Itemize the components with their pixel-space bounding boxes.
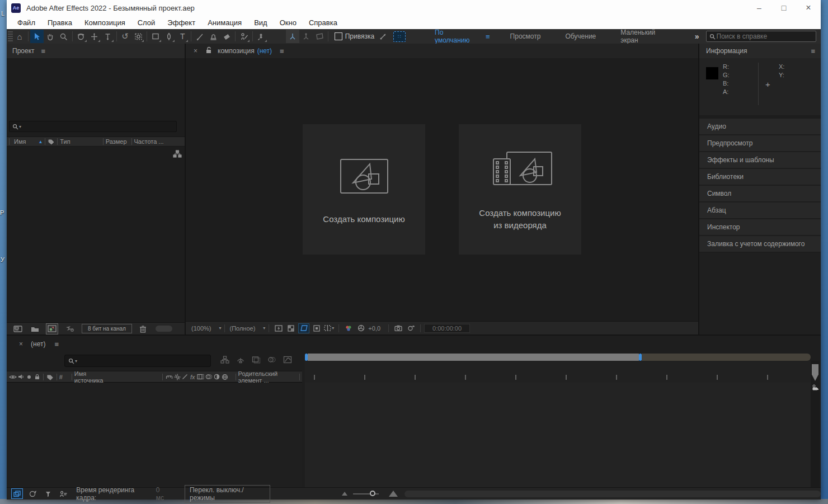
workspace-tab-default[interactable]: По умолчанию (435, 29, 480, 44)
menu-layer[interactable]: Слой (131, 18, 162, 27)
resolution-select[interactable]: (Полное)▾ (229, 325, 265, 332)
panel-tab-character[interactable]: Символ (699, 186, 821, 201)
render-engine-icon[interactable] (64, 324, 75, 334)
project-search-input[interactable] (21, 122, 173, 131)
toggle-switches-modes-button[interactable]: Перекл. выключ./режимы (185, 485, 270, 503)
info-panel-menu-icon[interactable]: ≡ (811, 47, 815, 55)
scrollbar-thumb[interactable] (812, 364, 818, 381)
column-divider[interactable] (236, 374, 236, 380)
column-parent-link[interactable]: Родительский элемент ... (238, 370, 297, 384)
draft-3d-icon[interactable] (236, 356, 245, 364)
rotation-tool-icon[interactable]: ↺ (119, 30, 132, 43)
transfer-controls-pane-icon[interactable] (27, 489, 38, 498)
timeline-vertical-scrollbar[interactable] (811, 361, 820, 487)
column-size[interactable]: Размер (106, 138, 127, 145)
lock-column-icon[interactable] (34, 373, 40, 381)
panel-tab-effects-presets[interactable]: Эффекты и шаблоны (699, 152, 821, 168)
transparency-grid-icon[interactable] (286, 324, 296, 333)
brush-tool-icon[interactable] (193, 30, 206, 43)
panel-tab-preview[interactable]: Предпросмотр (699, 135, 821, 151)
column-divider[interactable] (9, 138, 10, 145)
exposure-value[interactable]: +0,0 (368, 325, 380, 332)
snapshot-camera-icon[interactable] (393, 324, 403, 333)
region-of-interest-icon[interactable] (312, 324, 322, 333)
timeline-panel-menu-icon[interactable]: ≡ (54, 340, 59, 348)
new-composition-from-footage-card[interactable]: Создать композицию из видеоряда (459, 124, 581, 255)
maximize-button[interactable]: □ (771, 0, 796, 16)
interpret-footage-icon[interactable] (12, 324, 23, 334)
layer-switches-pane-icon[interactable] (11, 488, 23, 499)
menu-animation[interactable]: Анимация (201, 18, 248, 27)
delete-trash-icon[interactable] (138, 324, 149, 334)
orbit-camera-tool-icon[interactable] (74, 30, 88, 43)
pen-tool-icon[interactable] (162, 30, 176, 43)
mask-visibility-icon[interactable] (298, 323, 309, 333)
column-divider[interactable] (72, 374, 72, 380)
project-flowchart-icon[interactable] (173, 150, 182, 158)
eraser-tool-icon[interactable] (220, 30, 233, 43)
text-tool-icon[interactable]: T (176, 30, 189, 43)
comp-marker-bin-icon[interactable] (811, 383, 819, 391)
project-bit-depth-button[interactable]: 8 бит на канал (82, 324, 132, 333)
workspace-overflow-icon[interactable]: » (695, 32, 699, 41)
column-number[interactable]: # (59, 374, 63, 380)
zoom-tool-icon[interactable] (57, 30, 70, 43)
menu-file[interactable]: Файл (11, 18, 41, 27)
frame-blending-icon[interactable] (252, 356, 261, 364)
zoom-slider-knob[interactable] (370, 491, 375, 496)
column-divider[interactable] (162, 374, 163, 380)
snap-pickwhip-icon[interactable] (377, 30, 390, 43)
show-snapshot-icon[interactable] (406, 324, 416, 333)
mask-expansion-icon[interactable]: ∷ (393, 31, 406, 42)
workspace-tab-learn[interactable]: Обучение (565, 32, 596, 40)
audio-speaker-icon[interactable] (18, 373, 25, 381)
viewer-tab-close-icon[interactable]: × (194, 47, 197, 55)
quality-icon[interactable] (182, 373, 189, 381)
panel-tab-inspector[interactable]: Инспектор (699, 219, 821, 235)
column-divider[interactable] (43, 374, 44, 380)
lock-icon[interactable] (205, 46, 212, 55)
grid-guides-icon[interactable]: ▾ (324, 324, 334, 333)
column-divider[interactable] (299, 374, 300, 380)
project-panel-menu-icon[interactable]: ≡ (41, 47, 46, 55)
timeline-tab-close-icon[interactable]: × (19, 340, 23, 348)
composition-flowchart-icon[interactable] (220, 356, 229, 364)
close-button[interactable]: × (796, 0, 821, 16)
zoom-out-icon[interactable] (342, 492, 347, 496)
panel-resize-pill[interactable] (156, 326, 172, 332)
panel-tab-audio[interactable]: Аудио (699, 119, 821, 134)
new-composition-card[interactable]: Создать композицию (303, 124, 425, 255)
zoom-slider[interactable] (353, 493, 379, 494)
zoom-in-icon[interactable] (389, 491, 398, 497)
menu-window[interactable]: Окно (274, 18, 303, 27)
timeline-track-area[interactable] (305, 383, 811, 487)
column-rate[interactable]: Частота ... (134, 138, 164, 145)
viewer-tab-label[interactable]: композиция (218, 47, 255, 55)
new-folder-icon[interactable] (29, 324, 40, 334)
solo-icon[interactable] (26, 373, 32, 381)
column-divider[interactable] (103, 138, 103, 145)
menu-view[interactable]: Вид (248, 18, 274, 27)
clone-stamp-tool-icon[interactable] (206, 30, 220, 43)
dolly-camera-tool-icon[interactable] (101, 30, 115, 43)
graph-editor-icon[interactable] (283, 356, 292, 364)
column-type[interactable]: Тип (60, 138, 70, 145)
pan-camera-tool-icon[interactable] (88, 30, 101, 43)
column-name[interactable]: Имя (14, 138, 26, 145)
timeline-horizontal-scrollbar[interactable] (404, 491, 821, 497)
help-search-input[interactable] (716, 32, 813, 41)
minimize-button[interactable]: – (747, 0, 771, 16)
local-axis-mode-icon[interactable] (286, 30, 299, 43)
selection-tool-icon[interactable] (30, 30, 44, 43)
panel-tab-content-aware-fill[interactable]: Заливка с учетом содержимого (699, 236, 821, 252)
current-timecode[interactable]: 0:00:00:00 (424, 324, 470, 333)
menu-effect[interactable]: Эффект (161, 18, 201, 27)
panel-tab-paragraph[interactable]: Абзац (699, 202, 821, 218)
timeline-tab-label[interactable]: (нет) (31, 340, 45, 348)
channel-select-icon[interactable] (344, 324, 354, 333)
viewer-panel-menu-icon[interactable]: ≡ (280, 47, 284, 55)
snap-checkbox[interactable] (335, 32, 342, 40)
navigator-view-range[interactable] (308, 354, 639, 361)
motion-blur-icon[interactable] (267, 356, 276, 364)
info-tab[interactable]: Информация (706, 47, 747, 55)
